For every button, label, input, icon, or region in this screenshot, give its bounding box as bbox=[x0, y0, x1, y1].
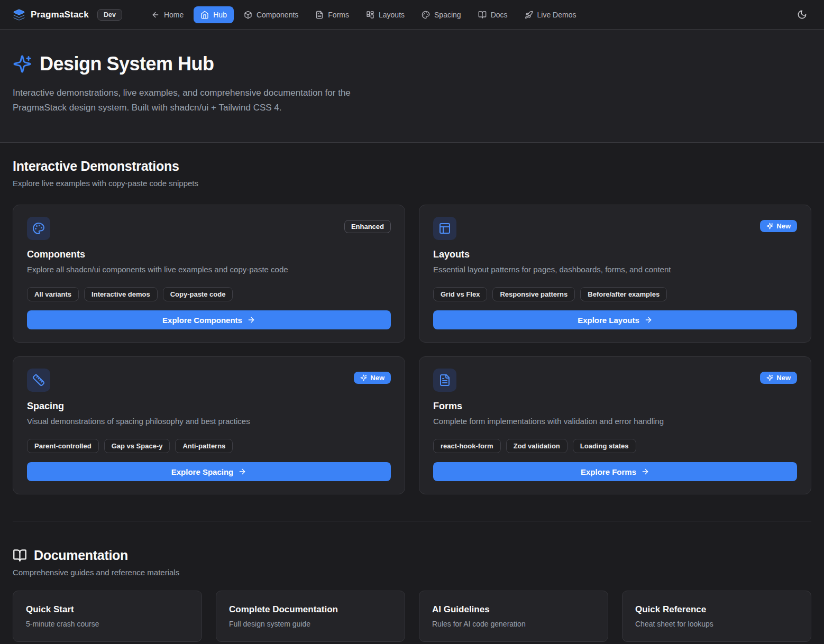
doc-card-title: Complete Documentation bbox=[229, 604, 392, 615]
tag: Loading states bbox=[573, 439, 636, 453]
brand[interactable]: PragmaStack Dev bbox=[13, 8, 122, 21]
documentation-section: Documentation Comprehensive guides and r… bbox=[13, 548, 811, 642]
nav-label: Home bbox=[164, 11, 184, 19]
doc-card-description: Cheat sheet for lookups bbox=[635, 620, 798, 628]
main-nav: Home Hub Components Forms Layouts bbox=[144, 6, 583, 23]
tag: Copy-paste code bbox=[163, 287, 233, 301]
nav-item-home[interactable]: Home bbox=[144, 6, 190, 23]
demo-card-layouts: New Layouts Essential layout patterns fo… bbox=[419, 205, 811, 343]
main-content: Interactive Demonstrations Explore live … bbox=[0, 143, 824, 642]
tag-row: All variants Interactive demos Copy-past… bbox=[27, 287, 391, 301]
page-title: Design System Hub bbox=[40, 53, 214, 75]
doc-card-description: Full design system guide bbox=[229, 620, 392, 628]
sparkles-icon bbox=[360, 374, 367, 381]
tag: Zod validation bbox=[506, 439, 567, 453]
sparkles-icon bbox=[766, 223, 773, 229]
arrow-right-icon bbox=[644, 316, 653, 324]
nav-item-hub[interactable]: Hub bbox=[194, 6, 234, 23]
demos-heading: Interactive Demonstrations bbox=[13, 159, 811, 174]
book-open-icon bbox=[478, 11, 487, 19]
panels-top-icon bbox=[433, 217, 456, 240]
moon-icon bbox=[797, 10, 807, 20]
explore-spacing-button[interactable]: Explore Spacing bbox=[27, 462, 391, 481]
docs-heading: Documentation bbox=[34, 548, 128, 563]
doc-card-quick-start[interactable]: Quick Start 5-minute crash course bbox=[13, 591, 202, 642]
card-description: Visual demonstrations of spacing philoso… bbox=[27, 417, 391, 426]
nav-label: Layouts bbox=[379, 11, 405, 19]
card-title: Spacing bbox=[27, 401, 391, 412]
file-text-icon bbox=[433, 369, 456, 392]
tag: Parent-controlled bbox=[27, 439, 99, 453]
doc-card-quick-reference[interactable]: Quick Reference Cheat sheet for lookups bbox=[622, 591, 811, 642]
tag-row: Grid vs Flex Responsive patterns Before/… bbox=[433, 287, 797, 301]
rocket-icon bbox=[525, 11, 533, 19]
sparkles-icon bbox=[13, 54, 32, 73]
section-divider bbox=[13, 521, 811, 521]
tag: Interactive demos bbox=[84, 287, 158, 301]
demo-card-components: Enhanced Components Explore all shadcn/u… bbox=[13, 205, 405, 343]
card-description: Complete form implementations with valid… bbox=[433, 417, 797, 426]
tag-row: Parent-controlled Gap vs Space-y Anti-pa… bbox=[27, 439, 391, 453]
nav-item-live-demos[interactable]: Live Demos bbox=[518, 6, 583, 23]
home-icon bbox=[200, 11, 209, 19]
button-label: Explore Layouts bbox=[578, 316, 639, 325]
brand-name: PragmaStack bbox=[31, 10, 89, 20]
nav-item-spacing[interactable]: Spacing bbox=[415, 6, 468, 23]
badge-label: New bbox=[776, 374, 791, 382]
ruler-icon bbox=[27, 369, 50, 392]
nav-item-components[interactable]: Components bbox=[237, 6, 305, 23]
explore-layouts-button[interactable]: Explore Layouts bbox=[433, 310, 797, 329]
new-badge: New bbox=[760, 372, 797, 384]
card-description: Explore all shadcn/ui components with li… bbox=[27, 265, 391, 274]
nav-label: Spacing bbox=[434, 11, 461, 19]
tag: Grid vs Flex bbox=[433, 287, 487, 301]
arrow-right-icon bbox=[247, 316, 255, 324]
new-badge: New bbox=[354, 372, 391, 384]
doc-card-title: AI Guidelines bbox=[432, 604, 595, 615]
arrow-right-icon bbox=[238, 467, 246, 476]
card-description: Essential layout patterns for pages, das… bbox=[433, 265, 797, 274]
button-label: Explore Spacing bbox=[171, 467, 234, 476]
nav-label: Docs bbox=[491, 11, 508, 19]
hero-section: Design System Hub Interactive demonstrat… bbox=[0, 30, 824, 143]
tag: Anti-patterns bbox=[175, 439, 233, 453]
doc-card-complete-documentation[interactable]: Complete Documentation Full design syste… bbox=[216, 591, 405, 642]
doc-card-title: Quick Reference bbox=[635, 604, 798, 615]
nav-label: Live Demos bbox=[537, 11, 576, 19]
docs-subheading: Comprehensive guides and reference mater… bbox=[13, 568, 811, 577]
doc-card-grid: Quick Start 5-minute crash course Comple… bbox=[13, 591, 811, 642]
page-description: Interactive demonstrations, live example… bbox=[13, 86, 404, 115]
doc-card-description: 5-minute crash course bbox=[26, 620, 189, 628]
badge-label: New bbox=[370, 374, 384, 382]
layout-dashboard-icon bbox=[366, 11, 374, 19]
sparkles-icon bbox=[766, 374, 773, 381]
nav-label: Components bbox=[257, 11, 298, 19]
doc-card-description: Rules for AI code generation bbox=[432, 620, 595, 628]
book-open-icon bbox=[13, 548, 27, 563]
card-title: Components bbox=[27, 249, 391, 260]
tag: All variants bbox=[27, 287, 79, 301]
nav-item-layouts[interactable]: Layouts bbox=[359, 6, 411, 23]
button-label: Explore Forms bbox=[581, 467, 636, 476]
status-badge: Enhanced bbox=[344, 220, 391, 233]
palette-icon bbox=[422, 11, 430, 19]
arrow-left-icon bbox=[151, 11, 160, 19]
tag: Responsive patterns bbox=[492, 287, 575, 301]
explore-forms-button[interactable]: Explore Forms bbox=[433, 462, 797, 481]
nav-item-forms[interactable]: Forms bbox=[308, 6, 356, 23]
explore-components-button[interactable]: Explore Components bbox=[27, 310, 391, 329]
top-navbar: PragmaStack Dev Home Hub Components Fo bbox=[0, 0, 824, 30]
demo-card-forms: New Forms Complete form implementations … bbox=[419, 356, 811, 494]
tag: Gap vs Space-y bbox=[104, 439, 170, 453]
new-badge: New bbox=[760, 220, 797, 232]
arrow-right-icon bbox=[641, 467, 649, 476]
card-title: Layouts bbox=[433, 249, 797, 260]
tag: react-hook-form bbox=[433, 439, 501, 453]
nav-label: Forms bbox=[328, 11, 349, 19]
palette-icon bbox=[27, 217, 50, 240]
file-text-icon bbox=[315, 11, 324, 19]
doc-card-ai-guidelines[interactable]: AI Guidelines Rules for AI code generati… bbox=[419, 591, 608, 642]
demo-card-grid: Enhanced Components Explore all shadcn/u… bbox=[13, 205, 811, 494]
theme-toggle-button[interactable] bbox=[793, 5, 811, 24]
nav-item-docs[interactable]: Docs bbox=[471, 6, 515, 23]
